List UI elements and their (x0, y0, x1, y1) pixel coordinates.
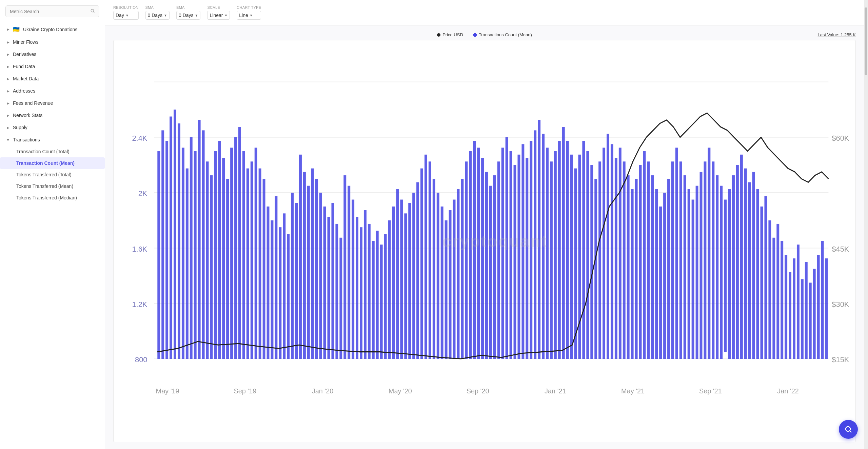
sub-item-tokens-total[interactable]: Tokens Transferred (Total) (0, 169, 105, 180)
resolution-select[interactable]: Day ▼ (113, 11, 139, 20)
svg-rect-120 (538, 120, 540, 359)
svg-rect-65 (315, 179, 318, 359)
svg-rect-157 (688, 189, 690, 359)
svg-rect-69 (331, 203, 334, 359)
svg-rect-112 (506, 137, 508, 359)
sub-item-tokens-mean[interactable]: Tokens Transferred (Mean) (0, 180, 105, 192)
sidebar-item-network-stats[interactable]: ▶ Network Stats (0, 109, 105, 121)
svg-text:1.6K: 1.6K (132, 245, 147, 253)
svg-rect-146 (643, 151, 646, 359)
sidebar-item-label: Network Stats (13, 113, 42, 118)
svg-rect-107 (485, 172, 488, 359)
search-box[interactable] (5, 5, 99, 17)
svg-point-192 (846, 427, 850, 431)
svg-rect-158 (692, 200, 694, 359)
sub-item-tx-count-mean[interactable]: Transaction Count (Mean) (0, 157, 105, 169)
ema-select[interactable]: 0 Days ▼ (176, 11, 200, 20)
svg-rect-63 (307, 186, 310, 359)
search-container (0, 5, 105, 23)
svg-rect-52 (263, 179, 265, 359)
svg-rect-141 (623, 161, 626, 359)
svg-rect-130 (578, 155, 581, 359)
svg-rect-190 (821, 241, 824, 359)
svg-line-193 (850, 431, 851, 432)
chart-type-select[interactable]: Line ▼ (237, 11, 261, 20)
svg-rect-49 (251, 161, 253, 359)
svg-rect-97 (445, 220, 448, 359)
svg-rect-109 (493, 175, 496, 359)
svg-rect-93 (429, 161, 431, 359)
svg-rect-126 (562, 127, 565, 359)
chevron-right-icon: ▶ (7, 65, 9, 69)
svg-rect-40 (214, 151, 217, 359)
svg-text:Sep '19: Sep '19 (234, 387, 256, 395)
svg-rect-160 (700, 172, 703, 359)
sidebar-item-market-data[interactable]: ▶ Market Data (0, 73, 105, 85)
price-dot (437, 33, 440, 37)
svg-rect-68 (328, 217, 330, 359)
scrollbar-thumb[interactable] (865, 7, 867, 75)
svg-rect-144 (635, 179, 638, 359)
caret-icon: ▼ (125, 14, 129, 17)
scale-select[interactable]: Linear ▼ (207, 11, 230, 20)
svg-rect-54 (271, 220, 273, 359)
svg-rect-67 (323, 207, 326, 359)
sidebar-item-label: Ukraine Crypto Donations (23, 27, 77, 32)
chart-wrapper: cryptoquant 800 1.2K 1.6K 2K 2.4K $15K $… (113, 40, 856, 442)
sidebar-item-ukraine[interactable]: ▶ 🇺🇦 Ukraine Crypto Donations (0, 23, 105, 36)
svg-rect-86 (400, 200, 403, 359)
sub-item-tokens-median[interactable]: Tokens Transferred (Median) (0, 192, 105, 203)
svg-rect-110 (497, 161, 500, 359)
svg-rect-95 (437, 193, 439, 359)
svg-rect-159 (696, 186, 698, 359)
sidebar-item-derivatives[interactable]: ▶ Derivatives (0, 48, 105, 60)
svg-rect-78 (368, 224, 371, 359)
scrollbar[interactable] (864, 0, 868, 449)
sidebar-item-supply[interactable]: ▶ Supply (0, 121, 105, 134)
svg-line-1 (94, 12, 95, 13)
svg-text:May '20: May '20 (389, 387, 412, 395)
svg-rect-171 (744, 169, 747, 359)
svg-rect-60 (295, 203, 298, 359)
sidebar-item-label: Fund Data (13, 64, 35, 69)
svg-rect-39 (210, 175, 213, 359)
svg-rect-151 (663, 193, 666, 359)
svg-rect-105 (477, 148, 480, 359)
sub-item-tx-count-total[interactable]: Transaction Count (Total) (0, 146, 105, 157)
sidebar-item-fees-revenue[interactable]: ▶ Fees and Revenue (0, 97, 105, 109)
legend-price: Price USD (437, 32, 463, 37)
svg-rect-88 (408, 203, 411, 359)
svg-point-0 (91, 9, 94, 12)
legend-transactions: Transactions Count (Mean) (473, 32, 532, 37)
sidebar-item-addresses[interactable]: ▶ Addresses (0, 85, 105, 97)
svg-text:Jan '21: Jan '21 (545, 387, 566, 395)
svg-rect-113 (510, 151, 512, 359)
svg-rect-149 (655, 189, 658, 359)
chevron-right-icon: ▶ (7, 77, 9, 81)
svg-rect-28 (165, 141, 168, 359)
svg-rect-143 (631, 189, 634, 359)
svg-rect-87 (404, 213, 407, 359)
svg-text:Sep '21: Sep '21 (699, 387, 722, 395)
svg-rect-92 (425, 155, 427, 359)
sidebar-item-miner-flows[interactable]: ▶ Miner Flows (0, 36, 105, 48)
svg-rect-185 (801, 279, 804, 359)
chevron-right-icon: ▶ (7, 114, 9, 117)
svg-rect-182 (789, 272, 791, 359)
svg-rect-80 (376, 231, 379, 359)
svg-rect-123 (550, 161, 553, 359)
sidebar-item-transactions[interactable]: ▶ Transactions (0, 134, 105, 146)
svg-text:$15K: $15K (832, 355, 849, 364)
sma-select[interactable]: 0 Days ▼ (145, 11, 170, 20)
svg-text:Jan '20: Jan '20 (312, 387, 333, 395)
sma-label: SMA (145, 5, 170, 9)
sidebar-item-fund-data[interactable]: ▶ Fund Data (0, 60, 105, 73)
price-line (157, 113, 828, 359)
svg-rect-26 (157, 151, 160, 359)
svg-rect-181 (785, 255, 787, 359)
svg-text:Jan '22: Jan '22 (777, 387, 798, 395)
svg-rect-137 (607, 134, 609, 359)
search-input[interactable] (10, 9, 87, 14)
search-fab-button[interactable] (839, 420, 858, 439)
svg-rect-153 (671, 161, 674, 359)
